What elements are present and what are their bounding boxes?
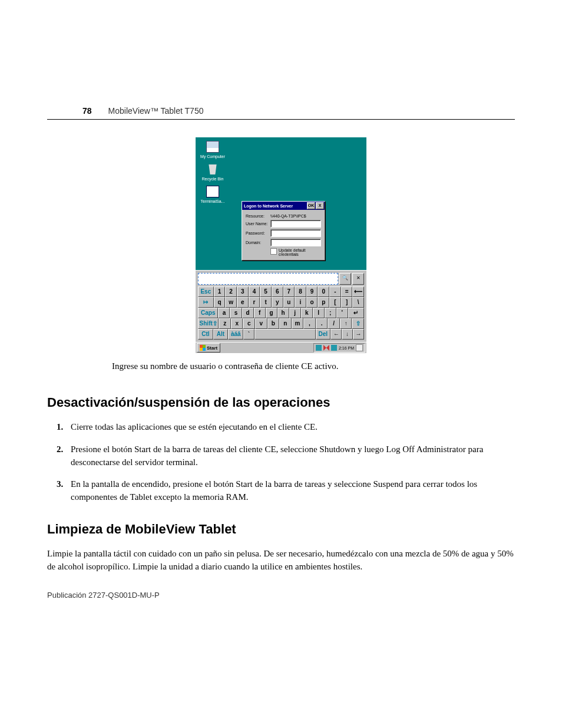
key-del[interactable]: Del [316,329,331,340]
key-[interactable]: / [328,318,340,329]
key-[interactable]: = [341,286,353,297]
key-p[interactable]: p [318,297,329,308]
key-m[interactable]: m [292,318,304,329]
step-item: Presione el botón Start de la barra de t… [71,443,515,469]
icon-label: TerminalSa... [198,199,227,204]
key-7[interactable]: 7 [283,286,295,297]
key-0[interactable]: 0 [318,286,329,297]
tray-network-icon[interactable] [316,345,322,351]
update-credentials-label: Update default credentials [279,248,321,256]
document-page: 78 MobileView™ Tablet T750 My Computer R… [0,0,562,635]
step-item: En la pantalla de encendido, presione el… [71,478,515,504]
magnify-button[interactable]: 🔍 [339,273,351,285]
tray-desktop-icon[interactable] [356,344,363,351]
start-logo-icon [200,345,206,351]
key-space[interactable] [254,329,316,340]
key-y[interactable]: y [272,297,283,308]
key-[interactable]: ] [341,297,353,308]
key-[interactable]: [ [329,297,341,308]
input-panel-textbox[interactable] [198,273,338,285]
key-k[interactable]: k [301,308,313,318]
update-credentials-checkbox[interactable] [270,248,277,255]
figure-caption: Ingrese su nombre de usuario o contraseñ… [112,361,515,371]
key-q[interactable]: q [214,297,226,308]
kbd-row-4: Shift⇧zxcvbnm,./↑⇧ [198,318,364,329]
start-button[interactable]: Start [197,343,220,353]
username-input[interactable] [270,220,321,228]
key-1[interactable]: 1 [214,286,226,297]
key-[interactable]: ' [336,308,348,318]
key-z[interactable]: z [219,318,231,329]
key-[interactable]: ; [325,308,336,318]
key-u[interactable]: u [283,297,295,308]
dialog-title-text: Logon to Network Server [244,204,293,208]
key-2[interactable]: 2 [225,286,237,297]
key-x[interactable]: x [231,318,243,329]
key-9[interactable]: 9 [306,286,318,297]
key-[interactable]: ` [243,329,254,340]
key-[interactable]: ← [330,329,342,340]
key-v[interactable]: v [255,318,267,329]
key-[interactable]: \ [352,297,364,308]
tray-keyboard-icon[interactable] [331,345,337,351]
key-b[interactable]: b [267,318,280,329]
key-[interactable]: - [329,286,341,297]
key-f[interactable]: f [254,308,266,318]
key-ctl[interactable]: Ctl [198,329,213,340]
key-e[interactable]: e [237,297,249,308]
tray-status-icon[interactable] [323,345,329,351]
key-caps[interactable]: Caps [198,308,218,318]
desktop: My Computer Recycle Bin TerminalSa... Lo… [196,137,366,270]
key-a[interactable]: a [218,308,230,318]
key-t[interactable]: t [260,297,272,308]
key-[interactable]: ↓ [342,329,353,340]
key-i[interactable]: i [295,297,306,308]
dialog-ok-button[interactable]: OK [307,202,315,209]
key-esc[interactable]: Esc [198,286,214,297]
key-w[interactable]: w [225,297,237,308]
key-r[interactable]: r [249,297,260,308]
system-tray: 2:16 PM [313,343,365,353]
icon-label: My Computer [198,154,227,159]
page-header: 78 MobileView™ Tablet T750 [47,106,515,120]
key-j[interactable]: j [289,308,301,318]
key-d[interactable]: d [242,308,254,318]
key-o[interactable]: o [306,297,318,308]
key-3[interactable]: 3 [237,286,249,297]
taskbar: Start 2:16 PM [196,342,366,353]
username-label: User Name: [246,222,270,226]
key-[interactable]: ↑ [340,318,352,329]
desktop-icon-recycle-bin[interactable]: Recycle Bin [198,163,227,182]
key-shift[interactable]: Shift⇧ [198,318,219,329]
key-6[interactable]: 6 [272,286,283,297]
dialog-close-button[interactable]: X [316,202,324,209]
key-l[interactable]: l [313,308,325,318]
password-label: Password: [246,231,270,235]
key-[interactable]: ↵ [348,308,364,318]
key-[interactable]: → [353,329,364,340]
key-4[interactable]: 4 [249,286,260,297]
password-input[interactable] [270,229,321,237]
input-panel-close-button[interactable]: ✕ [352,273,364,285]
key-[interactable]: ⟵ [352,286,364,297]
key-s[interactable]: s [230,308,242,318]
desktop-icon-my-computer[interactable]: My Computer [198,141,227,159]
domain-label: Domain: [246,241,270,245]
key-[interactable]: . [316,318,328,329]
start-label: Start [207,345,217,351]
key-alt[interactable]: Alt [213,329,229,340]
desktop-icon-terminal[interactable]: TerminalSa... [198,186,227,204]
key-h[interactable]: h [277,308,289,318]
key-8[interactable]: 8 [295,286,306,297]
key-g[interactable]: g [266,308,277,318]
key-5[interactable]: 5 [260,286,272,297]
key-[interactable]: ⇧ [352,318,364,329]
section-heading-shutdown: Desactivación/suspensión de las operacio… [47,395,515,410]
key-[interactable]: , [303,318,316,329]
key-[interactable]: àáâ [228,329,243,340]
input-panel: 🔍 ✕ Esc1234567890-=⟵ ↦qwertyuiop[]\ Caps… [196,270,366,342]
key-n[interactable]: n [279,318,292,329]
key-[interactable]: ↦ [198,297,214,308]
key-c[interactable]: c [243,318,255,329]
domain-input[interactable] [270,239,321,246]
